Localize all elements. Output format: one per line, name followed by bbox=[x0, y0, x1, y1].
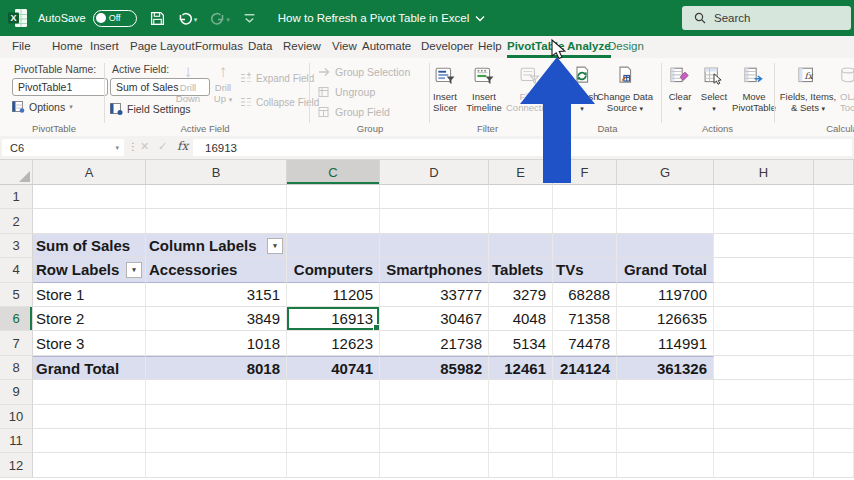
cell-F10[interactable] bbox=[553, 405, 617, 429]
cell-F6[interactable]: 71358 bbox=[553, 307, 617, 331]
row-header-9[interactable]: 9 bbox=[0, 380, 33, 404]
cell-partial-8[interactable] bbox=[814, 356, 854, 380]
pivottable-name-input[interactable]: PivotTable1 bbox=[12, 78, 108, 96]
cell-H9[interactable] bbox=[714, 380, 814, 404]
cell-G8[interactable]: 361326 bbox=[617, 356, 714, 380]
row-header-3[interactable]: 3 bbox=[0, 234, 33, 258]
cell-G1[interactable] bbox=[617, 185, 714, 209]
tab-insert[interactable]: Insert bbox=[90, 36, 119, 55]
tab-pivottable-analyze[interactable]: PivotTable Analyze bbox=[507, 36, 611, 58]
cell-B1[interactable] bbox=[146, 185, 287, 209]
row-header-7[interactable]: 7 bbox=[0, 331, 33, 355]
move-pivottable-button[interactable]: MovePivotTable bbox=[732, 63, 776, 113]
cell-C3[interactable] bbox=[287, 234, 380, 258]
tab-data[interactable]: Data bbox=[248, 36, 272, 55]
cell-H8[interactable] bbox=[714, 356, 814, 380]
tab-formulas[interactable]: Formulas bbox=[195, 36, 243, 55]
tab-file[interactable]: File bbox=[12, 36, 31, 55]
cell-H2[interactable] bbox=[714, 209, 814, 233]
title-chevron-icon[interactable] bbox=[475, 15, 485, 22]
cell-D11[interactable] bbox=[380, 429, 489, 453]
cell-partial-7[interactable] bbox=[814, 331, 854, 355]
cell-F8[interactable]: 214124 bbox=[553, 356, 617, 380]
select-button[interactable]: Select▾ bbox=[697, 63, 731, 114]
cell-A5[interactable]: Store 1 bbox=[33, 283, 146, 307]
tab-developer[interactable]: Developer bbox=[421, 36, 473, 55]
cell-H3[interactable] bbox=[714, 234, 814, 258]
cell-C7[interactable]: 12623 bbox=[287, 331, 380, 355]
row-header-1[interactable]: 1 bbox=[0, 185, 33, 209]
cell-A6[interactable]: Store 2 bbox=[33, 307, 146, 331]
undo-menu-chevron-icon[interactable]: ▾ bbox=[194, 16, 198, 24]
cell-D5[interactable]: 33777 bbox=[380, 283, 489, 307]
cell-D3[interactable] bbox=[380, 234, 489, 258]
row-header-10[interactable]: 10 bbox=[0, 405, 33, 429]
undo-button[interactable]: ▾ bbox=[178, 12, 198, 25]
cell-F5[interactable]: 68288 bbox=[553, 283, 617, 307]
cell-G2[interactable] bbox=[617, 209, 714, 233]
formula-input[interactable]: 16913 bbox=[193, 139, 852, 156]
quick-access-options-icon[interactable] bbox=[243, 12, 256, 24]
cell-E10[interactable] bbox=[489, 405, 553, 429]
cell-D4[interactable]: Smartphones bbox=[380, 258, 489, 282]
cell-H12[interactable] bbox=[714, 453, 814, 477]
document-title[interactable]: How to Refresh a Pivot Table in Excel bbox=[278, 12, 470, 24]
cell-H4[interactable] bbox=[714, 258, 814, 282]
tab-automate[interactable]: Automate bbox=[362, 36, 411, 55]
cell-A3[interactable]: Sum of Sales bbox=[33, 234, 146, 258]
cell-partial-9[interactable] bbox=[814, 380, 854, 404]
row-header-6[interactable]: 6 bbox=[0, 307, 33, 331]
cell-C5[interactable]: 11205 bbox=[287, 283, 380, 307]
insert-timeline-button[interactable]: InsertTimeline bbox=[463, 63, 505, 113]
cell-B11[interactable] bbox=[146, 429, 287, 453]
tab-help[interactable]: Help bbox=[478, 36, 502, 55]
cell-H5[interactable] bbox=[714, 283, 814, 307]
cell-H7[interactable] bbox=[714, 331, 814, 355]
cell-F11[interactable] bbox=[553, 429, 617, 453]
cell-B7[interactable]: 1018 bbox=[146, 331, 287, 355]
cell-F1[interactable] bbox=[553, 185, 617, 209]
name-box[interactable]: C6 ▾ bbox=[2, 139, 124, 156]
cell-C4[interactable]: Computers bbox=[287, 258, 380, 282]
cell-B2[interactable] bbox=[146, 209, 287, 233]
tab-home[interactable]: Home bbox=[52, 36, 83, 55]
options-button[interactable]: Options ▾ bbox=[12, 100, 73, 113]
fields-items-sets-button[interactable]: fx Fields, Items, & Sets ▾ bbox=[778, 63, 838, 114]
cell-G10[interactable] bbox=[617, 405, 714, 429]
cell-A4[interactable]: Row Labels▾ bbox=[33, 258, 146, 282]
cell-partial-1[interactable] bbox=[814, 185, 854, 209]
filter-dropdown-B3[interactable]: ▾ bbox=[267, 238, 283, 254]
insert-slicer-button[interactable]: InsertSlicer bbox=[426, 63, 464, 113]
cell-F9[interactable] bbox=[553, 380, 617, 404]
cell-G5[interactable]: 119700 bbox=[617, 283, 714, 307]
column-header-G[interactable]: G bbox=[617, 160, 714, 185]
cell-C2[interactable] bbox=[287, 209, 380, 233]
cell-G7[interactable]: 114991 bbox=[617, 331, 714, 355]
cell-H11[interactable] bbox=[714, 429, 814, 453]
cell-B3[interactable]: Column Labels▾ bbox=[146, 234, 287, 258]
cell-C10[interactable] bbox=[287, 405, 380, 429]
cell-G12[interactable] bbox=[617, 453, 714, 477]
cell-partial-6[interactable] bbox=[814, 307, 854, 331]
column-header-C[interactable]: C bbox=[287, 160, 380, 185]
cell-E11[interactable] bbox=[489, 429, 553, 453]
cell-B12[interactable] bbox=[146, 453, 287, 477]
column-header-H[interactable]: H bbox=[714, 160, 814, 185]
cell-E7[interactable]: 5134 bbox=[489, 331, 553, 355]
autosave-toggle[interactable]: Off bbox=[93, 10, 137, 27]
cell-E12[interactable] bbox=[489, 453, 553, 477]
cell-G9[interactable] bbox=[617, 380, 714, 404]
cell-A1[interactable] bbox=[33, 185, 146, 209]
cell-E5[interactable]: 3279 bbox=[489, 283, 553, 307]
cell-A2[interactable] bbox=[33, 209, 146, 233]
cell-E4[interactable]: Tablets bbox=[489, 258, 553, 282]
cell-partial-2[interactable] bbox=[814, 209, 854, 233]
cell-D1[interactable] bbox=[380, 185, 489, 209]
cell-B9[interactable] bbox=[146, 380, 287, 404]
cell-G6[interactable]: 126635 bbox=[617, 307, 714, 331]
tab-page-layout[interactable]: Page Layout bbox=[130, 36, 195, 55]
cell-H1[interactable] bbox=[714, 185, 814, 209]
cell-D7[interactable]: 21738 bbox=[380, 331, 489, 355]
cell-C11[interactable] bbox=[287, 429, 380, 453]
clear-button[interactable]: Clear▾ bbox=[664, 63, 696, 114]
